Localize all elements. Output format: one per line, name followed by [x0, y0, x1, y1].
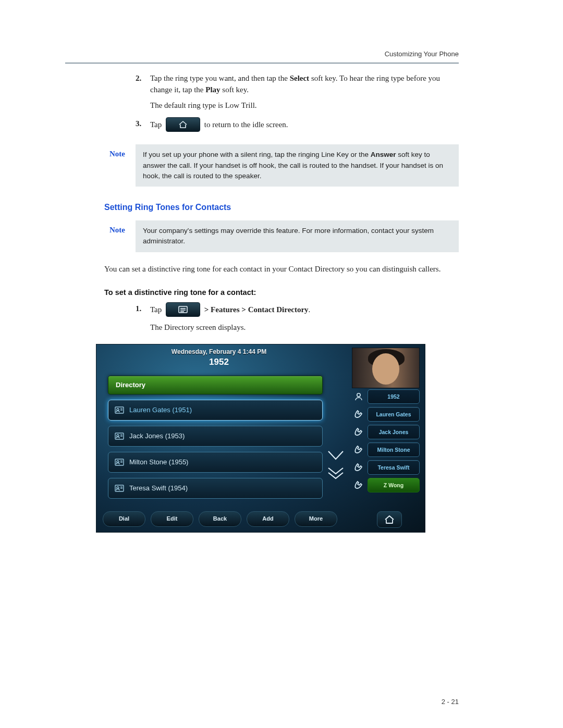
svg-point-5: [117, 409, 119, 411]
softkey-edit[interactable]: Edit: [151, 511, 193, 527]
line-key[interactable]: Teresa Swift: [368, 460, 420, 475]
contact-card-icon: [115, 459, 124, 466]
svg-point-9: [117, 435, 119, 437]
softkey-add[interactable]: Add: [247, 511, 289, 527]
note-box-silent-ring: Note If you set up your phone with a sil…: [136, 144, 459, 187]
home-icon: [384, 515, 395, 524]
contact-card-icon: [115, 406, 124, 414]
svg-point-13: [117, 461, 119, 463]
line-key-row: 1952: [353, 389, 420, 404]
text: The default ring type is Low Trill.: [150, 101, 257, 109]
phone-datetime: Wednesday, February 4 1:44 PM: [96, 348, 341, 356]
handset-icon: [353, 480, 364, 490]
line-key[interactable]: Lauren Gates: [368, 407, 420, 422]
note-box-override: Note Your company's settings may overrid…: [136, 220, 459, 252]
step-1: 1. Tap > Features > Contact Directory. T…: [136, 303, 459, 334]
contact-label: Lauren Gates (1951): [129, 405, 192, 415]
text: If you set up your phone with a silent r…: [143, 151, 371, 158]
handset-icon: [353, 445, 364, 455]
text: The Directory screen displays.: [150, 323, 246, 331]
step-number: 2.: [136, 73, 150, 111]
handset-icon: [353, 427, 364, 437]
text: Tap: [150, 121, 164, 129]
line-key-row: Lauren Gates: [353, 407, 420, 422]
line-key-row: Teresa Swift: [353, 460, 420, 475]
text: soft key.: [221, 85, 249, 94]
contact-card-icon: [115, 433, 124, 440]
note-text: Your company's settings may override thi…: [136, 220, 459, 252]
person-icon: [353, 391, 364, 402]
text-bold: Play: [205, 85, 220, 94]
directory-item[interactable]: Lauren Gates (1951): [108, 400, 323, 421]
contact-label: Milton Stone (1955): [129, 458, 188, 467]
contact-label: Teresa Swift (1954): [129, 484, 188, 493]
contact-card-icon: [115, 485, 124, 492]
phone-screenshot: Wednesday, February 4 1:44 PM 1952 Direc…: [96, 344, 425, 533]
text: .: [309, 306, 311, 314]
page-number: 2 - 21: [442, 697, 459, 707]
text-bold: Answer: [371, 151, 396, 158]
header-rule: [65, 63, 459, 64]
directory-item[interactable]: Teresa Swift (1954): [108, 478, 323, 499]
step-number: 1.: [136, 303, 150, 334]
task-heading: To set a distinctive ring tone for a con…: [104, 287, 459, 298]
line-key[interactable]: Milton Stone: [368, 442, 420, 457]
directory-item[interactable]: Jack Jones (1953): [108, 426, 323, 447]
home-button[interactable]: [377, 511, 402, 528]
text-bold: Select: [290, 74, 309, 82]
line-key-row: Milton Stone: [353, 442, 420, 457]
home-icon: [178, 120, 188, 129]
home-icon-button: [166, 117, 200, 132]
avatar: [352, 348, 420, 388]
body-paragraph: You can set a distinctive ring tone for …: [104, 264, 459, 275]
line-key-row: Jack Jones: [353, 425, 420, 439]
softkey-back[interactable]: Back: [199, 511, 241, 527]
menu-icon-button: [166, 302, 200, 317]
step-number: 3.: [136, 118, 150, 133]
handset-icon: [353, 409, 364, 419]
scroll-down-double-icon[interactable]: [327, 466, 345, 481]
step-3: 3. Tap to return to the idle screen.: [136, 118, 459, 133]
section-heading: Setting Ring Tones for Contacts: [104, 201, 459, 213]
svg-point-17: [117, 487, 119, 489]
line-key[interactable]: Z Wong: [368, 478, 420, 492]
scroll-down-icon[interactable]: [327, 450, 345, 462]
phone-extension: 1952: [96, 356, 341, 369]
step-2: 2. Tap the ring type you want, and then …: [136, 73, 459, 111]
contact-label: Jack Jones (1953): [129, 431, 185, 441]
line-key-row: Z Wong: [353, 478, 420, 492]
running-head: Customizing Your Phone: [385, 50, 459, 59]
text: to return to the idle screen.: [204, 121, 288, 129]
handset-icon: [353, 462, 364, 473]
menu-icon: [178, 306, 188, 313]
text: Tap: [150, 306, 164, 314]
softkey-more[interactable]: More: [295, 511, 337, 527]
text-bold: > Features > Contact Directory: [204, 306, 309, 314]
softkey-dial[interactable]: Dial: [103, 511, 145, 527]
line-key[interactable]: 1952: [368, 389, 420, 404]
directory-header[interactable]: Directory: [108, 376, 323, 394]
text: Tap the ring type you want, and then tap…: [150, 74, 290, 82]
directory-item[interactable]: Milton Stone (1955): [108, 452, 323, 473]
line-key[interactable]: Jack Jones: [368, 425, 420, 439]
svg-point-20: [357, 393, 360, 397]
